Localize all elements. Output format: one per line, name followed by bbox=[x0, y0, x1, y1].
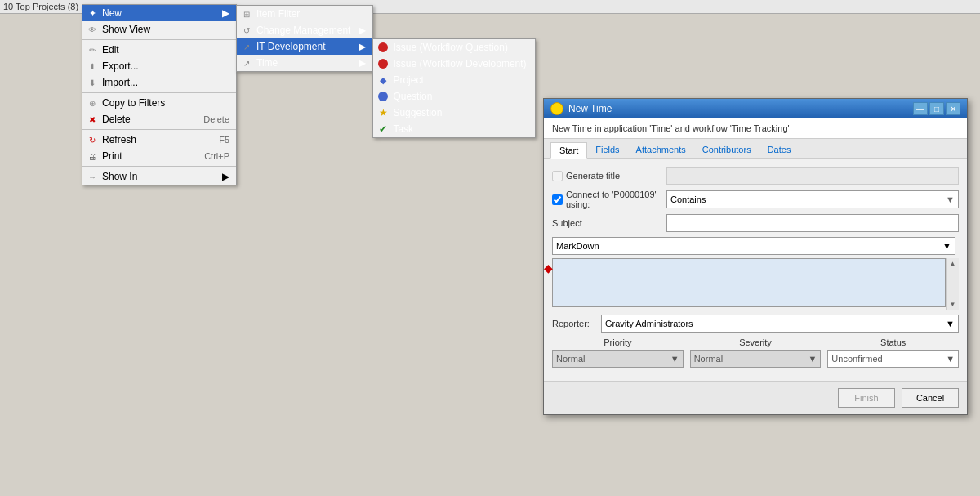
cancel-btn-label: Cancel bbox=[916, 393, 944, 403]
textarea-scrollbar[interactable]: ▲ ▼ bbox=[946, 258, 959, 310]
main-context-menu: ✦ New ▶ ⊞ Item Filter ↺ Change Managemen… bbox=[82, 4, 237, 185]
reporter-value: Gravity Administrators bbox=[605, 319, 693, 328]
dialog-close-btn[interactable]: ✕ bbox=[946, 102, 960, 115]
dialog-footer: Finish Cancel bbox=[544, 381, 967, 414]
showin-icon: → bbox=[86, 170, 99, 183]
generate-title-label-area: Generate title bbox=[552, 171, 666, 181]
issue-wf-development[interactable]: Issue (Workflow Development) bbox=[373, 56, 535, 72]
reporter-label-text: Reporter: bbox=[552, 319, 590, 328]
menu-item-showin[interactable]: → Show In ▶ bbox=[82, 168, 236, 185]
severity-value: Normal bbox=[694, 354, 723, 364]
severity-dropdown-arrow: ▼ bbox=[808, 354, 817, 364]
generate-title-checkbox[interactable] bbox=[552, 171, 563, 181]
print-shortcut: Ctrl+P bbox=[188, 151, 229, 161]
menu-item-import[interactable]: ⬇ Import... bbox=[82, 74, 236, 91]
showin-label: Show In bbox=[102, 171, 137, 182]
time-label: Time bbox=[256, 57, 278, 69]
sep1 bbox=[82, 39, 236, 40]
item-filter-icon: ⊞ bbox=[240, 7, 253, 20]
tab-dates[interactable]: Dates bbox=[760, 142, 800, 158]
dialog-subtitle-text: New Time in application 'Time' and workf… bbox=[552, 123, 790, 133]
priority-severity-status-row: Priority Normal ▼ Severity Normal ▼ Stat bbox=[552, 337, 959, 368]
project-item[interactable]: ◆ Project bbox=[373, 72, 535, 88]
menu-item-edit[interactable]: ✏ Edit bbox=[82, 42, 236, 58]
dialog-minimize-btn[interactable]: — bbox=[913, 102, 928, 115]
severity-col: Severity Normal ▼ bbox=[690, 337, 822, 368]
text-area-container: ◆ ▲ ▼ bbox=[552, 258, 959, 310]
new-time-dialog: New Time — □ ✕ New Time in application '… bbox=[543, 98, 968, 415]
showview-icon: 👁 bbox=[86, 23, 99, 36]
status-col: Status Unconfirmed ▼ bbox=[827, 337, 959, 368]
dialog-tabs: Start Fields Attachments Contributors Da… bbox=[544, 139, 967, 159]
menu-item-delete[interactable]: ✖ Delete Delete bbox=[82, 111, 236, 127]
issue-wf-question[interactable]: Issue (Workflow Question) bbox=[373, 39, 535, 56]
tab-fields[interactable]: Fields bbox=[587, 142, 627, 158]
menu-new-label: New bbox=[102, 7, 122, 19]
time-arrow: ▶ bbox=[350, 57, 366, 69]
priority-select[interactable]: Normal ▼ bbox=[552, 350, 684, 368]
markdown-select[interactable]: MarkDown ▼ bbox=[552, 237, 956, 255]
priority-value: Normal bbox=[556, 354, 585, 364]
cancel-button[interactable]: Cancel bbox=[902, 388, 959, 408]
connect-checkbox[interactable] bbox=[552, 194, 563, 205]
severity-select[interactable]: Normal ▼ bbox=[690, 350, 822, 368]
menu-item-export[interactable]: ⬆ Export... bbox=[82, 58, 236, 74]
subject-input[interactable] bbox=[666, 214, 959, 232]
copy-label: Copy to Filters bbox=[102, 97, 165, 109]
menu-item-print[interactable]: 🖨 Print Ctrl+P bbox=[82, 148, 236, 164]
required-marker: ◆ bbox=[544, 261, 553, 275]
dialog-titlebar-icon bbox=[550, 102, 564, 115]
submenu-it-development[interactable]: ↗ IT Development ▶ Issue (Workflow Quest… bbox=[237, 38, 372, 55]
time-icon: ↗ bbox=[240, 56, 253, 69]
dialog-title: New Time bbox=[568, 103, 612, 114]
item-filter-label: Item Filter bbox=[256, 8, 300, 20]
description-textarea[interactable] bbox=[552, 258, 946, 307]
task-item[interactable]: ✔ Task bbox=[373, 121, 535, 137]
dialog-subtitle: New Time in application 'Time' and workf… bbox=[544, 118, 967, 139]
delete-label: Delete bbox=[102, 114, 131, 125]
connect-row: Connect to 'P0000109' using: Contains ▼ bbox=[552, 190, 959, 209]
priority-header: Priority bbox=[552, 337, 684, 347]
dialog-body: Generate title Connect to 'P0000109' usi… bbox=[544, 159, 967, 381]
it-development-label: IT Development bbox=[256, 41, 326, 52]
question-icon bbox=[376, 90, 390, 103]
suggestion-item[interactable]: ★ Suggestion bbox=[373, 105, 535, 121]
menu-item-new[interactable]: ✦ New ▶ ⊞ Item Filter ↺ Change Managemen… bbox=[82, 5, 236, 21]
tab-start[interactable]: Start bbox=[550, 142, 587, 159]
dialog-maximize-btn[interactable]: □ bbox=[929, 102, 944, 115]
scroll-up-arrow[interactable]: ▲ bbox=[948, 258, 958, 269]
scroll-down-arrow[interactable]: ▼ bbox=[948, 299, 958, 310]
text-area-wrapper: ◆ ▲ ▼ bbox=[552, 258, 959, 310]
generate-title-row: Generate title bbox=[552, 167, 959, 185]
finish-button[interactable]: Finish bbox=[838, 388, 895, 408]
change-arrow: ▶ bbox=[350, 25, 366, 36]
project-label: Project bbox=[393, 74, 423, 86]
status-select[interactable]: Unconfirmed ▼ bbox=[827, 350, 959, 368]
connect-label-text: Connect to 'P0000109' using: bbox=[566, 190, 666, 209]
change-icon: ↺ bbox=[240, 24, 253, 37]
tab-attachments[interactable]: Attachments bbox=[628, 142, 694, 158]
menu-item-copy[interactable]: ⊕ Copy to Filters bbox=[82, 95, 236, 111]
submenu-item-filter[interactable]: ⊞ Item Filter bbox=[237, 6, 372, 22]
menu-item-refresh[interactable]: ↻ Refresh F5 bbox=[82, 132, 236, 148]
generate-title-checkbox-label: Generate title bbox=[552, 171, 666, 181]
connect-select[interactable]: Contains ▼ bbox=[666, 190, 959, 208]
reporter-select[interactable]: Gravity Administrators ▼ bbox=[601, 315, 959, 333]
severity-label-text: Severity bbox=[739, 337, 772, 347]
connect-value: Contains bbox=[670, 194, 706, 204]
dialog-titlebar-btns: — □ ✕ bbox=[913, 102, 960, 115]
markdown-value: MarkDown bbox=[556, 241, 599, 251]
tab-contributors[interactable]: Contributors bbox=[694, 142, 760, 158]
submenu-change-management[interactable]: ↺ Change Management ▶ bbox=[237, 22, 372, 38]
priority-dropdown-arrow: ▼ bbox=[670, 354, 679, 364]
question-item[interactable]: Question bbox=[373, 88, 535, 105]
submenu-it-dev: Issue (Workflow Question) Issue (Workflo… bbox=[372, 38, 536, 138]
edit-label: Edit bbox=[102, 44, 119, 56]
issue-wf-development-label: Issue (Workflow Development) bbox=[393, 58, 526, 69]
subject-label-text: Subject bbox=[552, 218, 582, 228]
reporter-row: Reporter: Gravity Administrators ▼ bbox=[552, 315, 959, 333]
submenu-time[interactable]: ↗ Time ▶ bbox=[237, 55, 372, 71]
menu-item-showview[interactable]: 👁 Show View bbox=[82, 21, 236, 38]
task-icon: ✔ bbox=[376, 123, 390, 136]
task-label: Task bbox=[393, 123, 413, 135]
